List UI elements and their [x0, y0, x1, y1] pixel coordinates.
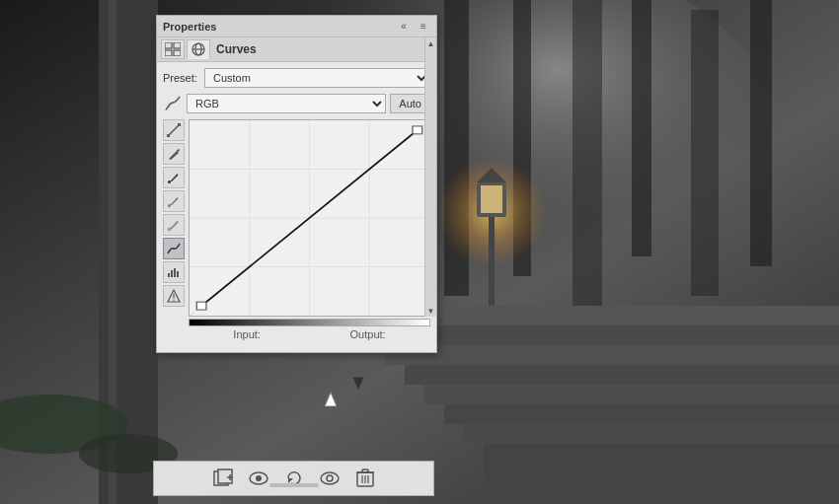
warning-icon: [167, 289, 181, 303]
tool-warning[interactable]: [163, 285, 185, 307]
smooth-curve-icon: [167, 242, 181, 255]
white-point-triangle: [325, 393, 337, 406]
scrollbar: ▲ ▼: [424, 37, 436, 317]
panel-content: Preset: CustomDefaultStrong ContrastLine…: [157, 62, 436, 352]
svg-rect-26: [174, 42, 181, 48]
svg-rect-40: [177, 271, 179, 277]
eyedropper-black-icon: [167, 171, 181, 184]
scroll-down-arrow[interactable]: ▼: [426, 305, 436, 317]
add-layer-icon: [213, 468, 233, 488]
title-bar-right: « ≡: [397, 20, 430, 34]
svg-rect-25: [165, 42, 172, 48]
svg-rect-54: [196, 302, 206, 310]
eyedropper-white-icon: [167, 218, 181, 232]
channel-select[interactable]: RGBRedGreenBlue: [187, 94, 386, 113]
svg-rect-28: [174, 50, 181, 56]
svg-marker-57: [352, 377, 364, 391]
svg-point-36: [168, 228, 171, 231]
tabs-row: Curves: [157, 37, 436, 62]
tool-eyedropper-black[interactable]: [163, 167, 185, 188]
svg-point-65: [321, 472, 339, 484]
bottom-toolbar: [153, 461, 434, 496]
tab-curves[interactable]: [187, 39, 210, 59]
output-label: Output:: [350, 328, 386, 340]
svg-point-35: [168, 204, 171, 207]
input-gradient-bar: [189, 319, 430, 326]
scroll-indicator: [269, 483, 319, 487]
svg-marker-56: [325, 393, 337, 406]
toggle-visibility-button[interactable]: [317, 466, 343, 491]
curves-icon: [191, 42, 206, 56]
curves-graph-svg: [190, 120, 429, 316]
tool-eyedropper-white[interactable]: [163, 214, 185, 236]
tool-pencil[interactable]: [163, 143, 185, 165]
preset-select[interactable]: CustomDefaultStrong ContrastLinearMedium…: [204, 68, 430, 88]
svg-rect-39: [174, 268, 176, 277]
tool-histogram[interactable]: [163, 261, 185, 283]
tool-smooth-curve[interactable]: [163, 238, 185, 259]
graph-canvas[interactable]: [189, 119, 430, 317]
tool-eyedropper-gray[interactable]: [163, 190, 185, 212]
collapse-button[interactable]: «: [397, 20, 411, 34]
svg-rect-69: [362, 469, 368, 472]
scroll-up-arrow[interactable]: ▲: [426, 37, 436, 49]
panel-title: Properties: [163, 21, 216, 33]
title-bar-left: Properties: [163, 21, 216, 33]
add-layer-button[interactable]: [210, 466, 236, 491]
reset-button[interactable]: [281, 466, 307, 491]
grid-icon: [165, 42, 181, 56]
properties-panel: Properties « ≡ Curves: [156, 15, 437, 353]
input-output-row: Input: Output:: [189, 328, 430, 340]
curves-adjust-icon: [164, 95, 182, 112]
black-point-triangle: [352, 377, 364, 391]
histogram-icon: [167, 265, 181, 279]
title-bar: Properties « ≡: [157, 16, 436, 37]
svg-point-63: [256, 475, 262, 481]
svg-rect-27: [165, 50, 172, 56]
svg-point-43: [173, 299, 174, 300]
graph-container: Input: Output:: [189, 119, 430, 340]
input-label: Input:: [233, 328, 261, 340]
menu-button[interactable]: ≡: [417, 20, 430, 34]
output-gradient-area: [325, 393, 337, 408]
channel-icon[interactable]: [163, 94, 183, 113]
svg-rect-37: [168, 273, 170, 277]
toggle-visibility-icon: [320, 470, 340, 486]
gradient-bar-container: [189, 319, 430, 326]
curves-title: Curves: [216, 42, 257, 56]
delete-icon: [356, 468, 374, 488]
preset-row: Preset: CustomDefaultStrong ContrastLine…: [163, 68, 430, 88]
svg-rect-55: [413, 126, 422, 134]
svg-rect-38: [171, 270, 173, 277]
eyedropper-gray-icon: [167, 194, 181, 208]
delete-button[interactable]: [352, 466, 378, 491]
pencil-icon: [167, 147, 181, 161]
visibility-button[interactable]: [246, 466, 271, 491]
visibility-icon: [249, 470, 268, 486]
svg-point-34: [168, 180, 171, 183]
edit-points-icon: [167, 123, 181, 137]
tools-column: [163, 119, 185, 340]
main-area: Input: Output:: [163, 119, 430, 340]
preset-label: Preset:: [163, 72, 200, 84]
input-gradient-triangle: [352, 377, 364, 393]
channel-row: RGBRedGreenBlue Auto: [163, 94, 430, 113]
tab-grid[interactable]: [161, 39, 185, 59]
tool-edit-points[interactable]: [163, 119, 185, 141]
svg-point-66: [327, 475, 333, 481]
